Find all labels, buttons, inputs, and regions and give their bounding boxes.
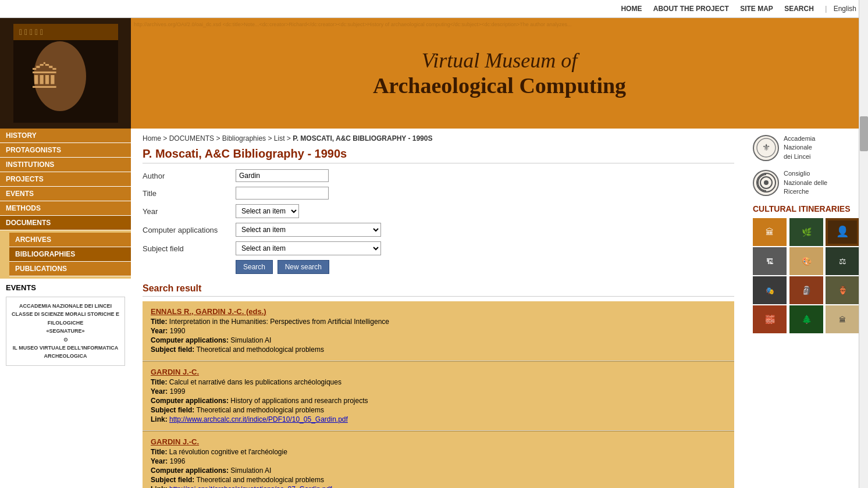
result-3-computer-label: Computer applications: [151,466,229,475]
sidebar-item-methods[interactable]: METHODS [0,201,131,216]
result-1-subject-value: Theoretical and methodological problems [196,345,323,354]
result-2-computer-label: Computer applications: [151,397,229,405]
cultural-cell-11[interactable]: 🌲 [789,305,823,333]
title-input[interactable] [236,187,329,200]
result-3-author[interactable]: GARDIN J.-C. [151,437,726,446]
header-banner: 𓀀 𓁁 𓀠 𓁐 𓀼 🏛 http://archives.org/OAI/2.0/… [0,18,868,129]
sidebar-item-documents[interactable]: DOCUMENTS [0,216,131,230]
svg-text:🏛: 🏛 [839,316,846,324]
right-sidebar: ⚜ Accademia Nazionale dei Lincei [746,129,868,488]
svg-text:🏗: 🏗 [766,258,773,266]
cultural-cell-3[interactable]: 👤 [826,218,859,246]
cultural-img-6: ⚖ [826,247,859,275]
breadcrumb-bibliographies[interactable]: Bibliographies [222,134,266,143]
nav-sitemap[interactable]: SITE MAP [740,5,773,13]
cultural-itineraries-title: CULTURAL ITINERARIES [753,204,861,213]
sidebar-item-events[interactable]: EVENTS [0,187,131,201]
sidebar-sub-publications[interactable]: Publications [9,262,131,276]
breadcrumb: Home > DOCUMENTS > Bibliographies > List… [143,134,734,143]
result-3-year-value: 1996 [170,457,186,465]
cultural-cell-7[interactable]: 🎭 [753,276,787,304]
language-selector[interactable]: English [834,5,856,13]
cultural-cell-1[interactable]: 🏛 [753,218,787,246]
cultural-cell-8[interactable]: 🗿 [789,276,823,304]
svg-point-9 [764,180,769,185]
subject-label: Subject field [143,244,236,253]
subject-row: Subject field Select an item [143,241,734,255]
result-item-1: ENNALS R., GARDIN J.-C. (eds.) Title: In… [143,301,734,361]
result-1-year-label: Year: [151,327,168,335]
result-1-computer-value: Simulation AI [230,336,271,344]
svg-text:🏛: 🏛 [31,62,60,94]
cultural-img-1: 🏛 [753,218,787,246]
title-row: Title [143,187,734,200]
main-content: Home > DOCUMENTS > Bibliographies > List… [131,129,746,488]
nav-about[interactable]: ABOUT THE PROJECT [653,5,729,13]
search-button[interactable]: Search [236,260,273,274]
computer-row: Computer applications Select an item [143,223,734,237]
result-3-computer: Computer applications: Simulation AI [151,466,726,475]
svg-text:🌿: 🌿 [801,227,812,237]
year-input-wrapper: Select an item [236,204,299,218]
breadcrumb-sep2: > [216,134,222,143]
sidebar-submenu-documents: Archives Bibliographies Publications [0,230,131,279]
new-search-button[interactable]: New search [278,260,329,274]
breadcrumb-home[interactable]: Home [143,134,161,143]
year-select[interactable]: Select an item [236,204,299,218]
result-1-year: Year: 1990 [151,327,726,335]
result-1-year-value: 1990 [170,327,186,335]
author-label: Author [143,172,236,180]
cultural-cell-4[interactable]: 🏗 [753,247,787,275]
result-2-title-label: Title: [151,378,167,386]
svg-text:🧱: 🧱 [765,315,775,325]
subject-select[interactable]: Select an item [236,241,381,255]
header-center: http://archives.org/OAI/2.0/oai_dc.xsd <… [131,18,868,129]
scrollbar[interactable] [859,0,868,488]
consiglio-icon [753,170,779,196]
breadcrumb-list[interactable]: List [274,134,285,143]
sidebar-sub-archives[interactable]: Archives [9,233,131,247]
result-2-link-url[interactable]: http://www.archcalc.cnr.it/indice/PDF10/… [169,415,348,423]
sidebar-item-institutions[interactable]: INSTITUTIONS [0,158,131,172]
svg-text:𓀀 𓁁 𓀠 𓁐 𓀼: 𓀀 𓁁 𓀠 𓁐 𓀼 [19,27,43,37]
nav-search[interactable]: SEARCH [784,5,814,13]
result-2-title-value: Calcul et narrativé dans les publication… [169,378,341,386]
result-2-link-label: Link: [151,415,168,423]
computer-label: Computer applications [143,226,236,234]
cultural-cell-2[interactable]: 🌿 [789,218,823,246]
result-3-link-url[interactable]: http://soi.cnr.it/archcalc/quotations/ac… [169,485,332,488]
svg-text:🌲: 🌲 [801,315,812,325]
author-input[interactable] [236,169,329,182]
sidebar-item-protagonists[interactable]: PROTAGONISTS [0,143,131,158]
cultural-cell-5[interactable]: 🎨 [789,247,823,275]
cultural-img-5: 🎨 [789,247,823,275]
result-2-year-value: 1999 [170,387,186,396]
cultural-cell-12[interactable]: 🏛 [826,305,859,333]
sidebar-sub-bibliographies[interactable]: Bibliographies [9,247,131,262]
cultural-cell-10[interactable]: 🧱 [753,305,787,333]
subject-input-wrapper: Select an item [236,241,381,255]
svg-text:🎨: 🎨 [801,257,812,266]
cultural-img-11: 🌲 [789,305,823,333]
sidebar-item-history[interactable]: HISTORY [0,129,131,143]
cultural-cell-6[interactable]: ⚖ [826,247,859,275]
sidebar-event-image[interactable]: ACCADEMIA NAZIONALE DEI LINCEI CLASSE DI… [6,297,125,366]
result-2-subject: Subject field: Theoretical and methodolo… [151,406,726,414]
svg-text:🎭: 🎭 [766,286,774,295]
result-2-author[interactable]: GARDIN J.-C. [151,368,726,376]
result-2-link: Link: http://www.archcalc.cnr.it/indice/… [151,415,726,423]
breadcrumb-current: P. MOSCATI, A&C BIBLIOGRAPHY - 1990S [293,134,432,143]
result-item-2: GARDIN J.-C. Title: Calcul et narrativé … [143,361,734,431]
computer-select[interactable]: Select an item [236,223,381,237]
result-1-title: Title: Interpretation in the Humanities:… [151,318,726,326]
result-2-subject-label: Subject field: [151,406,194,414]
nav-home[interactable]: HOME [621,5,642,13]
accademia-text: Accademia Nazionale dei Lincei [784,134,815,161]
breadcrumb-documents[interactable]: DOCUMENTS [169,134,214,143]
scrollbar-thumb[interactable] [860,116,868,151]
result-1-author[interactable]: ENNALS R., GARDIN J.-C. (eds.) [151,307,726,316]
cultural-cell-9[interactable]: 🏺 [826,276,859,304]
main-wrapper: HISTORY PROTAGONISTS INSTITUTIONS PROJEC… [0,129,868,488]
search-form: Author Title Year Select an item [143,169,734,274]
sidebar-item-projects[interactable]: PROJECTS [0,172,131,187]
